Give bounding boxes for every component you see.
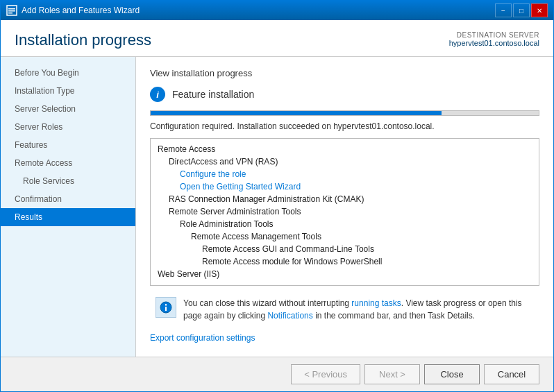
main-content: View installation progress i Feature ins… [136, 57, 553, 357]
progress-bar-fill [151, 111, 442, 115]
info-link-running-tasks: running tasks [351, 298, 401, 308]
info-box: You can close this wizard without interr… [150, 293, 539, 326]
cancel-button[interactable]: Cancel [484, 364, 539, 384]
install-list[interactable]: Remote AccessDirectAccess and VPN (RAS)C… [150, 138, 539, 286]
sidebar-item-remote-access[interactable]: Remote Access [1, 154, 135, 172]
minimize-button[interactable]: − [495, 3, 512, 17]
wizard-content: Before You BeginInstallation TypeServer … [1, 57, 553, 357]
restore-button[interactable]: □ [513, 3, 530, 17]
export-config-link[interactable]: Export configuration settings [150, 333, 539, 343]
sidebar-item-features[interactable]: Features [1, 136, 135, 154]
list-item: Web Server (IIS) [158, 268, 532, 280]
wizard-footer: < Previous Next > Close Cancel [1, 357, 553, 391]
svg-rect-5 [165, 307, 167, 311]
previous-button[interactable]: < Previous [291, 364, 360, 384]
list-item: Remote Access [158, 143, 532, 155]
info-text-1: You can close this wizard without interr… [183, 298, 351, 308]
info-text-3: in the command bar, and then Task Detail… [313, 311, 475, 321]
title-bar-controls: − □ ✕ [495, 3, 548, 17]
progress-bar-container [150, 110, 539, 116]
sidebar-item-installation-type[interactable]: Installation Type [1, 82, 135, 100]
list-item[interactable]: Configure the role [158, 168, 532, 180]
svg-rect-6 [165, 304, 167, 306]
feature-installation-bar: i Feature installation [150, 87, 539, 102]
wizard-body: Installation progress DESTINATION SERVER… [1, 20, 553, 391]
title-bar: Add Roles and Features Wizard − □ ✕ [1, 1, 553, 20]
list-item: Remote Server Administration Tools [158, 205, 532, 218]
wizard-header: Installation progress DESTINATION SERVER… [1, 20, 553, 57]
sidebar-item-before-you-begin[interactable]: Before You Begin [1, 64, 135, 82]
success-text: Configuration required. Installation suc… [150, 121, 539, 131]
svg-rect-1 [8, 8, 15, 10]
section-title: View installation progress [150, 68, 539, 78]
list-item: Remote Access GUI and Command-Line Tools [158, 243, 532, 255]
title-bar-left: Add Roles and Features Wizard [6, 5, 140, 16]
svg-rect-2 [8, 10, 15, 12]
destination-label: DESTINATION SERVER [449, 31, 539, 39]
list-item: RAS Connection Manager Administration Ki… [158, 193, 532, 205]
server-name: hypervtest01.contoso.local [449, 39, 539, 47]
info-box-icon [156, 297, 176, 318]
success-message: Configuration required. Installation suc… [150, 121, 435, 131]
sidebar: Before You BeginInstallation TypeServer … [1, 57, 136, 357]
sidebar-item-server-selection[interactable]: Server Selection [1, 100, 135, 118]
wizard-icon [6, 5, 17, 16]
info-circle-icon: i [150, 87, 165, 102]
list-item: DirectAccess and VPN (RAS) [158, 155, 532, 168]
close-button[interactable]: Close [424, 364, 480, 384]
list-item: Remote Access Management Tools [158, 230, 532, 243]
sidebar-item-results[interactable]: Results [1, 208, 135, 226]
main-window: Add Roles and Features Wizard − □ ✕ Inst… [0, 0, 554, 392]
next-button[interactable]: Next > [364, 364, 420, 384]
sidebar-item-confirmation[interactable]: Confirmation [1, 190, 135, 208]
list-item[interactable]: Open the Getting Started Wizard [158, 180, 532, 193]
sidebar-item-server-roles[interactable]: Server Roles [1, 118, 135, 136]
info-link-notifications: Notifications [267, 311, 312, 321]
list-item: Role Administration Tools [158, 218, 532, 230]
window-close-button[interactable]: ✕ [531, 3, 548, 17]
page-title: Installation progress [15, 31, 151, 49]
title-bar-title: Add Roles and Features Wizard [22, 6, 140, 15]
info-box-text: You can close this wizard without interr… [183, 297, 534, 322]
list-item: Remote Access module for Windows PowerSh… [158, 255, 532, 268]
svg-rect-3 [8, 12, 12, 14]
destination-server: DESTINATION SERVER hypervtest01.contoso.… [449, 31, 539, 47]
sidebar-item-role-services[interactable]: Role Services [1, 172, 135, 190]
feature-label: Feature installation [172, 89, 254, 100]
